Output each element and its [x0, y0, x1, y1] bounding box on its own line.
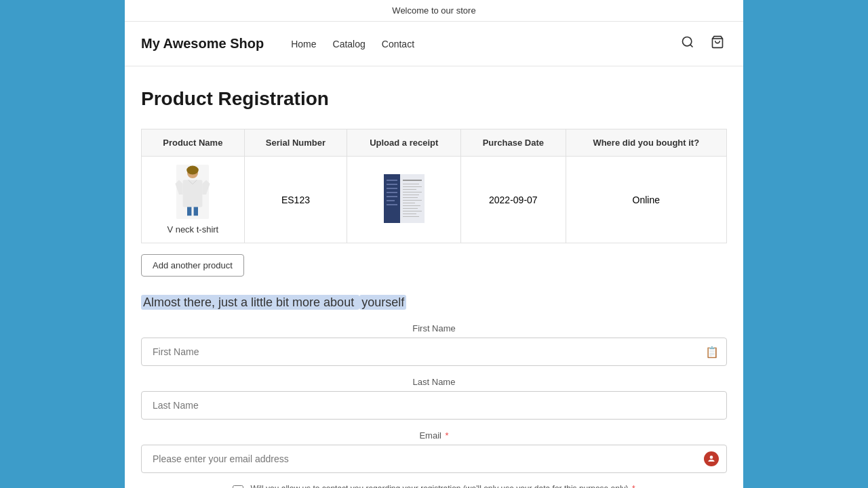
consent-checkbox[interactable]	[233, 485, 243, 488]
product-image	[171, 165, 214, 219]
email-input[interactable]	[141, 445, 727, 473]
last-name-input[interactable]	[141, 391, 727, 420]
page-wrapper: Welcome to our store My Awesome Shop Hom…	[0, 0, 868, 488]
last-name-label: Last Name	[141, 377, 727, 387]
last-name-group: Last Name	[141, 377, 727, 420]
cell-date: 2022-09-07	[461, 157, 566, 243]
cell-where: Online	[566, 157, 726, 243]
page-title: Product Registration	[141, 88, 727, 110]
cell-serial: ES123	[244, 157, 347, 243]
site-header: My Awesome Shop Home Catalog Contact	[125, 22, 743, 66]
svg-rect-23	[403, 195, 419, 195]
svg-point-5	[187, 166, 199, 175]
first-name-input[interactable]	[141, 338, 727, 366]
svg-rect-20	[403, 186, 422, 187]
table-row: V neck t-shirt ES123	[142, 157, 727, 243]
svg-rect-18	[403, 180, 422, 181]
product-name-label: V neck t-shirt	[167, 224, 218, 235]
subtitle-text-part1: Almost there, just a little bit more abo…	[141, 295, 359, 310]
col-where-bought: Where did you bought it?	[566, 129, 726, 157]
search-icon	[681, 35, 694, 49]
cell-product: V neck t-shirt	[142, 157, 245, 243]
announcement-text: Welcome to our store	[392, 5, 475, 16]
svg-rect-27	[403, 205, 420, 206]
svg-rect-16	[387, 200, 395, 201]
svg-rect-22	[403, 192, 422, 192]
checkbox-required-marker: *	[630, 484, 635, 488]
product-table: Product Name Serial Number Upload a rece…	[141, 129, 727, 243]
svg-rect-26	[403, 203, 415, 203]
email-group: Email *	[141, 430, 727, 473]
svg-rect-17	[387, 204, 397, 205]
col-purchase-date: Purchase Date	[461, 129, 566, 157]
table-header: Product Name Serial Number Upload a rece…	[142, 129, 727, 157]
svg-rect-31	[403, 216, 419, 217]
svg-rect-12	[387, 184, 397, 185]
svg-rect-25	[403, 200, 422, 201]
svg-rect-11	[387, 180, 397, 181]
page-content: Product Registration Product Name Serial…	[125, 66, 743, 488]
svg-rect-15	[387, 196, 397, 197]
svg-rect-19	[403, 184, 419, 184]
col-upload-receipt: Upload a receipt	[347, 129, 461, 157]
main-card: Welcome to our store My Awesome Shop Hom…	[125, 0, 743, 488]
site-logo[interactable]: My Awesome Shop	[141, 36, 264, 52]
svg-rect-30	[403, 214, 416, 214]
header-icons	[678, 33, 727, 55]
svg-rect-10	[384, 174, 400, 223]
cart-button[interactable]	[708, 33, 727, 55]
consent-checkbox-row: Will you allow us to contact you regardi…	[141, 484, 727, 488]
email-label: Email *	[141, 430, 727, 441]
svg-rect-8	[194, 207, 198, 216]
nav-contact[interactable]: Contact	[382, 39, 414, 49]
cell-receipt	[347, 157, 461, 243]
svg-line-1	[690, 45, 693, 47]
section-subtitle: Almost there, just a little bit more abo…	[141, 296, 727, 310]
clipboard-icon: 📋	[705, 346, 719, 359]
last-name-input-wrapper	[141, 391, 727, 420]
svg-rect-14	[387, 192, 397, 193]
first-name-input-wrapper: 📋	[141, 338, 727, 366]
svg-rect-7	[187, 207, 191, 216]
table-body: V neck t-shirt ES123	[142, 157, 727, 243]
svg-point-32	[710, 455, 713, 459]
consent-label[interactable]: Will you allow us to contact you regardi…	[250, 484, 635, 488]
cart-icon	[711, 35, 724, 49]
svg-rect-29	[403, 211, 422, 211]
search-button[interactable]	[678, 33, 697, 55]
svg-rect-24	[403, 197, 418, 198]
duck-icon	[704, 451, 719, 466]
svg-point-0	[683, 37, 692, 46]
add-product-button[interactable]: Add another product	[141, 254, 244, 277]
nav-home[interactable]: Home	[291, 39, 316, 49]
svg-rect-13	[387, 188, 397, 189]
email-required-marker: *	[443, 430, 449, 441]
receipt-image	[384, 174, 425, 223]
svg-rect-21	[403, 189, 416, 190]
email-input-wrapper	[141, 445, 727, 473]
col-product-name: Product Name	[142, 129, 245, 157]
main-nav: Home Catalog Contact	[291, 39, 678, 49]
subtitle-highlight: yourself	[359, 295, 406, 310]
nav-catalog[interactable]: Catalog	[333, 39, 366, 49]
product-cell: V neck t-shirt	[153, 165, 233, 235]
first-name-group: First Name 📋	[141, 323, 727, 366]
col-serial-number: Serial Number	[244, 129, 347, 157]
first-name-label: First Name	[141, 323, 727, 333]
announcement-bar: Welcome to our store	[125, 0, 743, 22]
svg-rect-28	[403, 208, 418, 209]
